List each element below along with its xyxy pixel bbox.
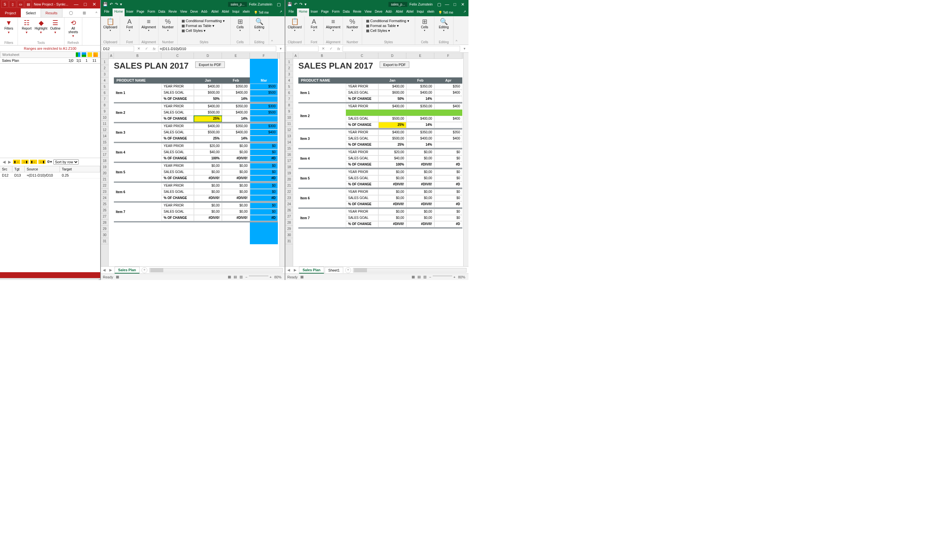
sheet-tab[interactable]: Sales Plan (114, 267, 140, 274)
row-header[interactable]: 15 (101, 139, 108, 145)
row-header[interactable]: 29 (101, 226, 108, 232)
tab-page[interactable]: Page (135, 8, 146, 16)
export-pdf-button[interactable]: Export to PDF (380, 62, 409, 68)
data-cell[interactable]: $500,00 (378, 116, 406, 122)
data-cell[interactable]: $0,00 (378, 169, 406, 175)
data-cell[interactable]: #D (250, 155, 278, 162)
data-cell[interactable]: $0,00 (378, 195, 406, 201)
row-header[interactable]: 17 (285, 158, 293, 164)
row-header[interactable]: 2 (101, 65, 108, 71)
data-cell[interactable]: $400 (435, 116, 462, 122)
gear-icon[interactable]: ⚙▾ (47, 160, 52, 164)
data-cell[interactable]: $0,00 (378, 215, 406, 221)
add-sheet-button[interactable]: + (142, 267, 147, 273)
data-cell[interactable]: #DIV/0! (194, 195, 222, 201)
view-normal-icon[interactable]: ▦ (410, 275, 416, 279)
tab-file[interactable]: File (101, 8, 113, 16)
tab-xlwin[interactable]: xlwin (425, 8, 436, 16)
data-cell[interactable]: $350,00 (406, 83, 435, 90)
cells-btn[interactable]: ⊞Cells▾ (233, 18, 248, 32)
row-header[interactable]: 31 (101, 238, 108, 244)
data-cell[interactable]: $350,00 (222, 103, 250, 109)
data-cell[interactable]: $400 (250, 129, 278, 135)
fx-icon[interactable]: fx (335, 47, 342, 51)
row-header[interactable]: 27 (101, 213, 108, 220)
outline-button[interactable]: ☰Outline▾ (48, 19, 62, 34)
next-arrow-icon[interactable]: ▶ (8, 160, 12, 164)
data-cell[interactable]: $0,00 (222, 149, 250, 155)
color-icon-4[interactable] (93, 52, 98, 57)
min-btn[interactable]: — (443, 2, 451, 7)
nav-btn-2[interactable]: →▮ (22, 160, 29, 164)
row-header[interactable]: 22 (101, 182, 108, 189)
col-header[interactable]: C (346, 53, 378, 59)
data-cell[interactable]: $600,00 (378, 90, 406, 96)
row-header[interactable]: 11 (285, 121, 293, 127)
data-cell[interactable]: $0,00 (194, 189, 222, 195)
data-cell[interactable]: $0,00 (222, 143, 250, 149)
data-cell[interactable]: $500,00 (378, 135, 406, 142)
col-header[interactable]: B (298, 53, 346, 59)
data-cell[interactable]: $500 (250, 109, 278, 116)
vertical-scrollbar[interactable] (463, 53, 468, 266)
row-header[interactable]: 10 (101, 114, 108, 121)
view-layout-icon[interactable]: ▤ (416, 275, 422, 279)
zoom-out[interactable]: − (428, 275, 432, 279)
row-header[interactable]: 9 (101, 108, 108, 114)
data-cell[interactable]: $0,00 (222, 189, 250, 195)
data-cell[interactable]: $400,00 (406, 90, 435, 96)
col-header[interactable]: A (293, 53, 298, 59)
row-header[interactable]: 23 (285, 195, 293, 201)
row-header[interactable]: 13 (285, 133, 293, 139)
data-cell[interactable]: #DIV/0! (222, 195, 250, 201)
nav-btn-3[interactable]: ▮← (30, 160, 37, 164)
col-header[interactable]: B (114, 53, 161, 59)
tab-add-[interactable]: Add- (199, 8, 210, 16)
format-table-btn[interactable]: ▦ Format as Table ▾ (182, 24, 227, 28)
data-cell[interactable]: 25% (194, 116, 222, 122)
data-cell[interactable]: $400,00 (194, 123, 222, 129)
font-btn[interactable]: AFont▾ (307, 18, 321, 32)
tab-xlwin[interactable]: xlwin (241, 8, 251, 16)
col-header[interactable]: F (250, 53, 278, 59)
data-cell[interactable]: 25% (378, 142, 406, 148)
data-cell[interactable]: $0 (250, 209, 278, 215)
data-cell[interactable]: $0,00 (406, 189, 435, 195)
zoom-in[interactable]: + (268, 275, 273, 279)
data-cell[interactable]: $0 (435, 149, 462, 155)
cond-format-btn[interactable]: ▦ Conditional Formatting ▾ (366, 19, 411, 23)
redo-icon[interactable]: ↷ (299, 2, 302, 6)
qat-more-icon[interactable]: ▾ (120, 2, 122, 6)
row-header[interactable]: 16 (285, 152, 293, 158)
data-cell[interactable]: $0,00 (222, 169, 250, 175)
row-header[interactable]: 24 (285, 201, 293, 207)
data-cell[interactable]: #D (435, 221, 462, 227)
row-header[interactable]: 14 (101, 133, 108, 139)
col-header[interactable]: E (406, 53, 435, 59)
zoom-out[interactable]: − (244, 275, 248, 279)
sort-select[interactable]: Sort by row (53, 159, 79, 165)
data-cell[interactable]: $400 (435, 90, 462, 96)
macro-icon[interactable]: ▦ (300, 275, 304, 279)
layout-icon[interactable]: ▯ (9, 1, 16, 8)
tab-inser[interactable]: Inser (309, 8, 319, 16)
cancel-fx-icon[interactable]: ✕ (319, 46, 327, 51)
data-cell[interactable]: $600,00 (194, 90, 222, 96)
data-cell[interactable]: $0 (250, 143, 278, 149)
sheet-nav-prev[interactable]: ◀ (285, 268, 292, 272)
data-cell[interactable]: $400 (435, 103, 462, 109)
data-cell[interactable]: #D (435, 201, 462, 208)
data-cell[interactable]: $0,00 (222, 209, 250, 215)
tab-data[interactable]: Data (341, 8, 351, 16)
row-header[interactable]: 14 (285, 139, 293, 145)
tab-home[interactable]: Home (297, 8, 309, 16)
row-header[interactable]: 19 (285, 170, 293, 176)
horizontal-scrollbar[interactable] (149, 268, 283, 272)
data-cell[interactable]: #D (250, 215, 278, 221)
data-cell[interactable]: $500 (250, 83, 278, 90)
name-box[interactable] (102, 46, 134, 52)
fx-icon[interactable]: fx (150, 47, 158, 51)
data-cell[interactable]: 14% (222, 135, 250, 142)
zoom-in[interactable]: + (452, 275, 457, 279)
data-cell[interactable] (435, 96, 462, 102)
